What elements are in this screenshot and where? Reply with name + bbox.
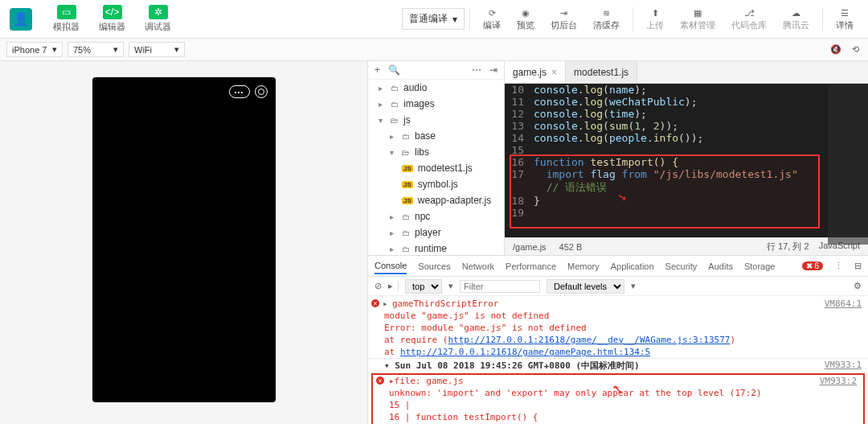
compile-mode-select[interactable]: 普通编译▾: [402, 8, 465, 30]
folder-audio[interactable]: ▸🗀audio: [368, 80, 504, 96]
rotate-icon[interactable]: ⟲: [849, 43, 862, 56]
device-select[interactable]: iPhone 7▾: [6, 42, 63, 57]
file-symbol[interactable]: JSsymbol.js: [368, 176, 504, 192]
simulator-panel: •••: [0, 61, 368, 424]
code-editor: game.js× modetest1.js 10console.log(name…: [505, 61, 868, 255]
simulator-button[interactable]: ▭模拟器: [45, 3, 88, 35]
console-more-icon[interactable]: ⋮: [834, 261, 843, 271]
devtools-console: Console Sources Network Performance Memo…: [368, 255, 868, 424]
capsule-close[interactable]: [255, 85, 268, 98]
console-tabs: Console Sources Network Performance Memo…: [368, 256, 868, 277]
close-tab-icon[interactable]: ×: [551, 67, 557, 78]
console-dock-icon[interactable]: ⊟: [854, 261, 862, 271]
error-icon: ×: [376, 377, 384, 385]
network-select[interactable]: WiFi▾: [129, 42, 185, 57]
error-icon: ×: [371, 299, 379, 307]
folder-images[interactable]: ▸🗀images: [368, 96, 504, 112]
status-pos: 行 17, 列 2: [767, 241, 809, 253]
detail-button[interactable]: ☰详情: [828, 5, 862, 33]
add-file-icon[interactable]: +: [375, 64, 380, 76]
console-output[interactable]: ×gameThirdScriptErrorVM864:1 module "gam…: [368, 296, 868, 424]
folder-npc[interactable]: ▸🗀npc: [368, 208, 504, 224]
code-content[interactable]: 10console.log(name); 11console.log(weCha…: [505, 84, 868, 237]
tab-performance[interactable]: Performance: [506, 261, 556, 271]
material-button[interactable]: ▦素材管理: [672, 5, 723, 33]
tab-console[interactable]: Console: [375, 261, 407, 274]
main-toolbar: 👤 ▭模拟器 </>编辑器 ✲调试器 普通编译▾ ⟳编译 ◉预览 ⇥切后台 ≋清…: [0, 0, 868, 39]
clear-console-icon[interactable]: ⊘: [375, 281, 382, 291]
more-icon[interactable]: ⋯: [472, 64, 481, 76]
search-icon[interactable]: 🔍: [388, 64, 400, 76]
status-size: 452 B: [559, 242, 583, 252]
editor-status-bar: /game.js 452 B 行 17, 列 2 JavaScript: [505, 237, 868, 255]
zoom-select[interactable]: 75%▾: [68, 42, 124, 57]
tab-application[interactable]: Application: [611, 261, 654, 271]
folder-player[interactable]: ▸🗀player: [368, 224, 504, 241]
repo-button[interactable]: ⎇代码仓库: [723, 5, 775, 33]
levels-select[interactable]: Default levels: [547, 279, 624, 294]
tab-sources[interactable]: Sources: [418, 261, 450, 271]
collapse-icon[interactable]: ⇥: [489, 64, 497, 76]
background-button[interactable]: ⇥切后台: [542, 5, 585, 33]
debugger-button[interactable]: ✲调试器: [137, 3, 179, 35]
mute-icon[interactable]: 🔇: [829, 43, 842, 56]
phone-frame: •••: [92, 77, 276, 402]
status-file: /game.js: [513, 242, 547, 252]
tab-network[interactable]: Network: [462, 261, 494, 271]
file-weapp[interactable]: JSweapp-adapter.js: [368, 192, 504, 208]
console-settings-icon[interactable]: ⚙: [854, 281, 862, 291]
file-explorer: +🔍⋯⇥ ▸🗀audio ▸🗀images ▾🗁js ▸🗀base ▾🗁libs…: [368, 61, 505, 255]
simulator-bar: iPhone 7▾ 75%▾ WiFi▾ 🔇 ⟲: [0, 39, 868, 61]
file-modetest[interactable]: JSmodetest1.js: [368, 160, 504, 176]
folder-runtime[interactable]: ▸🗀runtime: [368, 241, 504, 255]
folder-js[interactable]: ▾🗁js: [368, 112, 504, 128]
tab-storage[interactable]: Storage: [744, 261, 776, 271]
app-logo: 👤: [10, 8, 32, 31]
minimap[interactable]: [828, 84, 868, 245]
scope-select[interactable]: top: [405, 279, 442, 294]
error-link[interactable]: http://127.0.0.1:21618/game/gamePage.htm…: [400, 347, 650, 357]
tab-memory[interactable]: Memory: [567, 261, 600, 271]
editor-tabs: game.js× modetest1.js: [505, 61, 868, 84]
preview-button[interactable]: ◉预览: [509, 5, 542, 33]
folder-base[interactable]: ▸🗀base: [368, 128, 504, 144]
capsule-menu[interactable]: •••: [229, 85, 250, 98]
tencent-button[interactable]: ☁腾讯云: [775, 5, 817, 33]
editor-button[interactable]: </>编辑器: [91, 3, 133, 35]
error-link[interactable]: http://127.0.0.1:21618/game/__dev__/WAGa…: [448, 335, 730, 345]
upload-button[interactable]: ⬆上传: [638, 5, 672, 33]
filter-input[interactable]: [460, 280, 540, 293]
tab-modetest[interactable]: modetest1.js: [566, 61, 637, 83]
clear-cache-button[interactable]: ≋清缓存: [585, 5, 628, 33]
folder-libs[interactable]: ▾🗁libs: [368, 144, 504, 160]
tab-audits[interactable]: Audits: [708, 261, 733, 271]
console-filter-bar: ⊘ ▸ top ▾ Default levels ▾ ⚙: [368, 277, 868, 296]
error-count-badge[interactable]: ✖ 6: [802, 261, 823, 270]
error-block-highlight: ×▸file: game.jsVM933:2 unknown: 'import'…: [371, 373, 865, 424]
compile-button[interactable]: ⟳编译: [475, 5, 509, 33]
tab-game-js[interactable]: game.js×: [505, 61, 566, 83]
tab-security[interactable]: Security: [665, 261, 698, 271]
